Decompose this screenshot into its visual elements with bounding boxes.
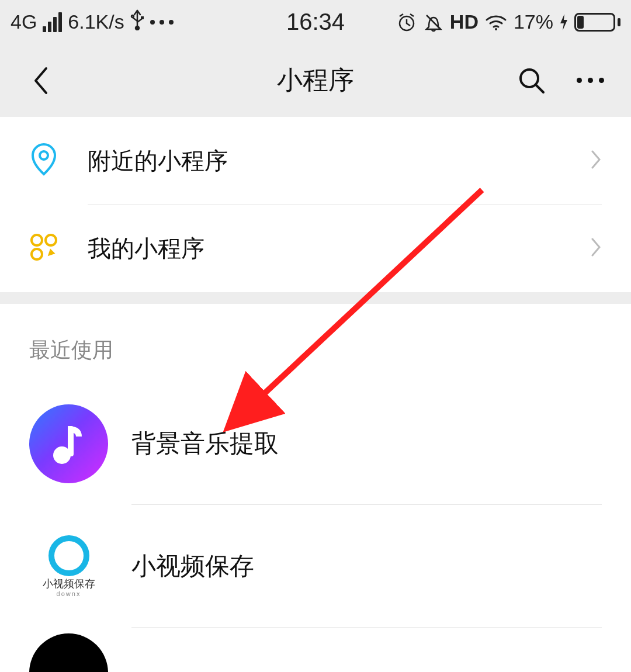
back-button[interactable] bbox=[23, 63, 58, 98]
app-icon-placeholder bbox=[29, 633, 108, 672]
svg-point-8 bbox=[46, 235, 56, 245]
battery-percent: 17% bbox=[514, 11, 553, 33]
mute-icon bbox=[423, 12, 444, 33]
music-note-icon bbox=[29, 404, 108, 483]
recent-header: 最近使用 bbox=[0, 304, 631, 382]
menu-mine-label: 我的小程序 bbox=[88, 233, 590, 265]
signal-icon bbox=[43, 12, 62, 32]
svg-rect-1 bbox=[141, 16, 144, 19]
alarm-icon bbox=[396, 12, 417, 33]
menu-mine[interactable]: 我的小程序 bbox=[0, 205, 631, 292]
location-pin-icon bbox=[29, 143, 58, 179]
recent-item-0[interactable]: 背景音乐提取 bbox=[0, 382, 631, 505]
svg-point-7 bbox=[32, 235, 42, 245]
hd-indicator: HD bbox=[450, 11, 479, 33]
more-status-icon bbox=[150, 20, 174, 25]
recent-item-1-label: 小视频保存 bbox=[131, 550, 254, 583]
usb-icon bbox=[130, 9, 144, 35]
recent-item-2[interactable] bbox=[0, 628, 631, 672]
svg-point-4 bbox=[495, 28, 497, 30]
nav-bar: 小程序 bbox=[0, 44, 631, 117]
chevron-right-icon bbox=[590, 149, 602, 172]
network-type: 4G bbox=[11, 11, 37, 33]
svg-point-5 bbox=[521, 70, 538, 87]
menu-nearby[interactable]: 附近的小程序 bbox=[0, 117, 631, 205]
video-save-icon: 小视频保存 downx bbox=[29, 527, 108, 606]
wifi-icon bbox=[484, 13, 508, 32]
status-bar: 4G 6.1K/s 16:34 HD 17% bbox=[0, 0, 631, 44]
network-speed: 6.1K/s bbox=[68, 11, 124, 33]
battery-icon bbox=[574, 13, 620, 32]
recent-item-0-label: 背景音乐提取 bbox=[131, 427, 279, 460]
search-button[interactable] bbox=[514, 63, 549, 98]
svg-point-0 bbox=[136, 26, 139, 30]
svg-point-6 bbox=[40, 151, 48, 160]
charging-icon bbox=[559, 13, 568, 32]
menu-nearby-label: 附近的小程序 bbox=[88, 145, 590, 177]
chevron-right-icon bbox=[590, 237, 602, 260]
more-button[interactable] bbox=[573, 63, 608, 98]
svg-point-9 bbox=[32, 249, 42, 259]
recent-item-1[interactable]: 小视频保存 downx 小视频保存 bbox=[0, 505, 631, 628]
grid-add-icon bbox=[29, 233, 58, 264]
